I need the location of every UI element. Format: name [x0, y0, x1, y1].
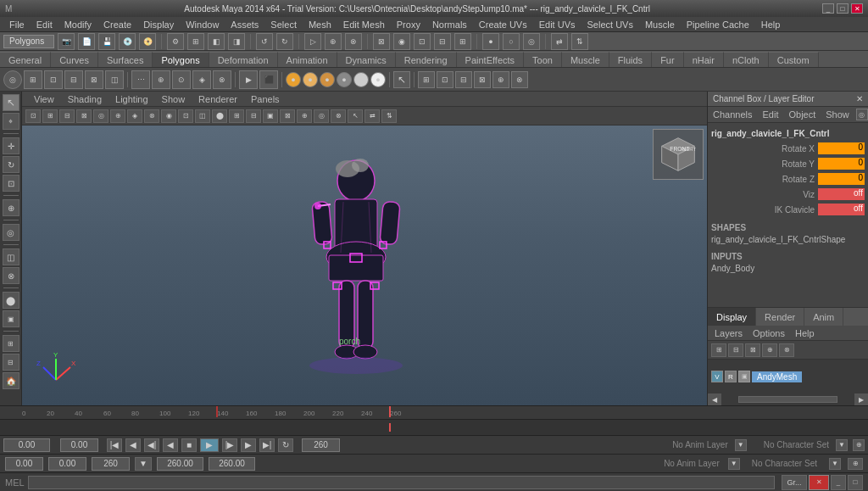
- menu-file[interactable]: File: [3, 17, 31, 31]
- mode-icon-1[interactable]: ◎: [3, 70, 22, 89]
- misc-icon-1[interactable]: ⊞: [418, 71, 435, 88]
- menu-normals[interactable]: Normals: [426, 17, 473, 31]
- tab-rendering[interactable]: Rendering: [396, 52, 457, 67]
- range-start-field[interactable]: 0.00: [60, 438, 98, 452]
- misc-icon-4[interactable]: ⊠: [474, 71, 491, 88]
- ltab-help[interactable]: Help: [792, 328, 818, 338]
- layer-icon-5[interactable]: ⊗: [779, 343, 794, 357]
- vp-icon-2[interactable]: ⊞: [42, 109, 58, 123]
- tab-anim[interactable]: Anim: [804, 308, 843, 326]
- polygon-mode-dropdown[interactable]: Polygons: [3, 35, 54, 48]
- tab-fluids[interactable]: Fluids: [609, 52, 652, 67]
- light-icon-4[interactable]: ●: [337, 72, 352, 87]
- toolbar-icon-18[interactable]: ⊟: [434, 33, 451, 50]
- rp-channels[interactable]: Channels: [708, 107, 757, 122]
- vp-icon-9[interactable]: ◉: [161, 109, 176, 123]
- vp-icon-8[interactable]: ⊗: [144, 109, 159, 123]
- light-icon-1[interactable]: ●: [286, 72, 301, 87]
- layer-icon-1[interactable]: ⊞: [711, 343, 726, 357]
- tab-custom[interactable]: Custom: [769, 52, 819, 67]
- tab-surfaces[interactable]: Surfaces: [98, 52, 153, 67]
- vp-icon-17[interactable]: ⊕: [297, 109, 312, 123]
- rp-edit[interactable]: Edit: [757, 107, 783, 122]
- toolbar-icon-17[interactable]: ⊡: [414, 33, 431, 50]
- cb-value-rotatez[interactable]: 0: [818, 173, 865, 185]
- vp-icon-18[interactable]: ◎: [314, 109, 329, 123]
- tab-animation[interactable]: Animation: [278, 52, 337, 67]
- taskbar-item-1[interactable]: Gr...: [782, 475, 807, 490]
- layer-name[interactable]: AndyMesh: [752, 371, 802, 382]
- menu-createuvs[interactable]: Create UVs: [473, 17, 533, 31]
- menu-editmesh[interactable]: Edit Mesh: [337, 17, 391, 31]
- misc-icon-2[interactable]: ⊡: [437, 71, 453, 88]
- vp-icon-11[interactable]: ◫: [195, 109, 210, 123]
- toolbar-icon-14[interactable]: ⊗: [345, 33, 362, 50]
- ltab-layers[interactable]: Layers: [711, 328, 746, 338]
- status-extra-btn[interactable]: ⊕: [848, 458, 863, 470]
- tab-curves[interactable]: Curves: [51, 52, 98, 67]
- tab-fur[interactable]: Fur: [652, 52, 684, 67]
- toolbar-icon-19[interactable]: ⊞: [454, 33, 471, 50]
- transport-prev-key[interactable]: ◀|: [144, 438, 159, 452]
- status-char-menu[interactable]: ▼: [829, 458, 841, 470]
- anim-layer-menu[interactable]: ▼: [735, 439, 747, 451]
- transport-step-back[interactable]: ◀: [125, 438, 141, 452]
- status-end[interactable]: 260.00: [209, 457, 255, 471]
- toolbar-icon-13[interactable]: ⊕: [325, 33, 342, 50]
- menu-modify[interactable]: Modify: [58, 17, 97, 31]
- toolbar-icon-2[interactable]: 📄: [78, 33, 95, 50]
- vp-icon-16[interactable]: ⊠: [280, 109, 295, 123]
- toolbar-icon-7[interactable]: ⊞: [187, 33, 204, 50]
- paint-attr[interactable]: ▣: [3, 310, 19, 327]
- toolbar-icon-16[interactable]: ◉: [393, 33, 410, 50]
- misc-left-1[interactable]: ⊞: [3, 335, 19, 352]
- snap-icon-5[interactable]: ⊗: [213, 70, 231, 89]
- close-button[interactable]: ✕: [851, 3, 863, 14]
- transport-loop[interactable]: ↻: [278, 438, 293, 452]
- vp-icon-19[interactable]: ⊗: [331, 109, 346, 123]
- tab-general[interactable]: General: [0, 52, 51, 67]
- tab-render[interactable]: Render: [756, 308, 804, 326]
- toolbar-icon-23[interactable]: ⇄: [551, 33, 568, 50]
- mode-icon-3[interactable]: ⊡: [44, 70, 63, 89]
- vp-icon-3[interactable]: ⊟: [59, 109, 75, 123]
- toolbar-icon-6[interactable]: ⚙: [167, 33, 184, 50]
- toolbar-icon-3[interactable]: 💾: [98, 33, 115, 50]
- toolbar-icon-1[interactable]: 📷: [58, 33, 75, 50]
- vp-menu-view[interactable]: View: [27, 92, 61, 106]
- cb-value-rotatey[interactable]: 0: [818, 158, 865, 170]
- status-range-min[interactable]: 0.00: [48, 457, 86, 471]
- vp-menu-renderer[interactable]: Renderer: [192, 92, 244, 106]
- misc-icon-5[interactable]: ⊕: [492, 71, 509, 88]
- sculpt-tool[interactable]: ⊗: [3, 267, 19, 284]
- menu-assets[interactable]: Assets: [225, 17, 264, 31]
- menu-display[interactable]: Display: [137, 17, 180, 31]
- transport-goto-start[interactable]: |◀: [107, 438, 122, 452]
- render-icon-1[interactable]: ▶: [239, 70, 258, 89]
- status-anim-menu[interactable]: ▼: [728, 458, 740, 470]
- layer-icon-3[interactable]: ⊠: [745, 343, 760, 357]
- vp-icon-12[interactable]: ⬤: [212, 109, 227, 123]
- cb-value-viz[interactable]: off: [818, 188, 865, 200]
- transport-goto-end[interactable]: ▶|: [259, 438, 275, 452]
- snap-icon-1[interactable]: ⋯: [131, 70, 150, 89]
- light-icon-3[interactable]: ●: [320, 72, 335, 87]
- menu-pipeline[interactable]: Pipeline Cache: [681, 17, 755, 31]
- rp-object[interactable]: Object: [783, 107, 821, 122]
- toolbar-icon-15[interactable]: ⊠: [373, 33, 390, 50]
- menu-create[interactable]: Create: [97, 17, 137, 31]
- timeline-ruler[interactable]: 0 20 40 60 80 100 120 140 160 180 200 22…: [0, 406, 868, 420]
- light-icon-5[interactable]: ●: [353, 72, 369, 87]
- taskbar-min[interactable]: _: [831, 475, 846, 490]
- mode-icon-5[interactable]: ⊠: [85, 70, 103, 89]
- toolbar-icon-21[interactable]: ○: [503, 33, 520, 50]
- playhead[interactable]: [389, 406, 391, 417]
- toolbar-icon-22[interactable]: ◎: [523, 33, 540, 50]
- tab-nhair[interactable]: nHair: [684, 52, 724, 67]
- mel-input[interactable]: [28, 476, 775, 489]
- mode-icon-6[interactable]: ◫: [105, 70, 124, 89]
- maximize-button[interactable]: □: [837, 3, 849, 14]
- status-dropdown[interactable]: ▼: [135, 457, 152, 471]
- toolbar-icon-10[interactable]: ↺: [256, 33, 273, 50]
- toolbar-icon-24[interactable]: ⇅: [571, 33, 588, 50]
